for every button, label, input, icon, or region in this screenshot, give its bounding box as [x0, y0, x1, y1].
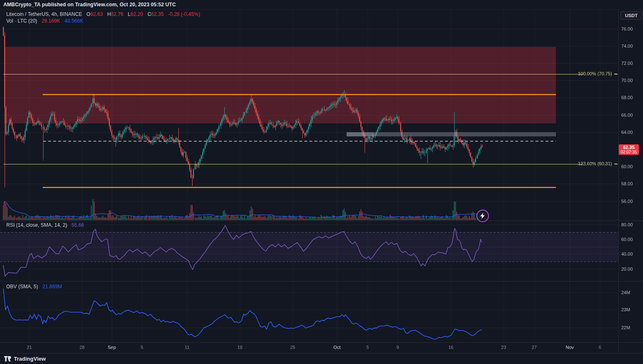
rsi-axis-label: 20.00 — [621, 267, 633, 272]
time-axis-label: 21 — [27, 345, 32, 350]
price-axis-label: 64.00 — [621, 130, 633, 135]
fib-level-label[interactable]: 100.00% (70.75) — [578, 71, 617, 76]
rsi-label: RSI (14, close, SMA, 14, 2) — [6, 222, 67, 228]
time-axis-label: 11 — [185, 345, 189, 350]
lightning-icon — [480, 213, 485, 219]
change-value: -0.28 (-0.45%) — [168, 11, 200, 17]
price-axis-label: 66.00 — [621, 113, 633, 118]
ohlc-open-label: O — [87, 11, 90, 17]
ohlc-close-value: 62.35 — [151, 11, 164, 17]
ohlc-low-value: 62.20 — [131, 11, 143, 17]
time-axis-label: Nov — [566, 345, 574, 350]
time-axis-label: 9 — [396, 345, 399, 350]
time-axis-label: Sep — [108, 345, 116, 350]
volume-legend[interactable]: Vol · LTC (20) 29.169K 48.566K — [6, 18, 83, 24]
time-axis-label: Oct — [333, 345, 340, 350]
obv-axis-label: 24M — [621, 290, 630, 295]
time-axis-label: 27 — [532, 345, 537, 350]
tradingview-wordmark[interactable]: TradingView — [14, 356, 46, 362]
price-axis-label: 76.00 — [621, 26, 633, 31]
price-axis-label: 60.00 — [621, 164, 633, 169]
tradingview-logo-icon — [4, 356, 11, 361]
time-axis-label: 16 — [448, 345, 453, 350]
time-axis-label: 18 — [237, 345, 242, 350]
attribution-text: AMBCrypto_TA published on TradingView.co… — [3, 2, 176, 8]
obv-axis-label: 23M — [621, 307, 630, 312]
rsi-legend[interactable]: RSI (14, close, SMA, 14, 2) 55.66 — [6, 222, 84, 228]
fib-level-label[interactable]: 123.60% (60.31) — [578, 161, 617, 166]
price-axis-label: 56.00 — [621, 199, 633, 204]
tradingview-chart-window: AMBCrypto_TA published on TradingView.co… — [0, 0, 643, 364]
time-axis-label: 5 — [366, 345, 369, 350]
ohlc-close-label: C — [147, 11, 151, 17]
attribution-bar: AMBCrypto_TA published on TradingView.co… — [0, 0, 643, 10]
rsi-axis-label: 40.00 — [621, 251, 633, 256]
time-axis-label: 5 — [141, 345, 143, 350]
bar-countdown: 02:07:35 — [619, 150, 639, 154]
obv-axis-label: 22M — [621, 325, 630, 330]
time-axis-label: 25 — [290, 345, 295, 350]
symbol-title: Litecoin / TetherUS, 4h, BINANCE — [6, 11, 82, 17]
current-price-tag: 62.35 02:07:35 — [619, 144, 639, 155]
volume-value: 29.169K — [41, 18, 60, 24]
time-axis-label: 6 — [599, 345, 601, 350]
volume-ma-value: 48.566K — [64, 18, 83, 24]
rsi-axis-label: 80.00 — [621, 222, 633, 227]
ohlc-low-label: L — [128, 11, 131, 17]
obv-legend[interactable]: OBV (SMA, 5) 21.869M — [6, 284, 62, 290]
ohlc-high-value: 62.76 — [111, 11, 123, 17]
price-axis-label: 58.00 — [621, 181, 633, 186]
instant-trade-button[interactable] — [476, 210, 489, 222]
price-axis-label: 68.00 — [621, 95, 633, 100]
price-axis-label: 74.00 — [621, 44, 633, 49]
ohlc-high-label: H — [107, 11, 111, 17]
rsi-value: 55.66 — [72, 222, 84, 228]
ohlc-open-value: 62.63 — [90, 11, 103, 17]
price-axis-label: 72.00 — [621, 61, 633, 66]
current-price-value: 62.35 — [619, 145, 639, 150]
time-axis-label: 23 — [501, 345, 506, 350]
chart-canvas[interactable] — [0, 0, 643, 364]
volume-label: Vol · LTC (20) — [6, 18, 37, 24]
currency-usdt-button[interactable]: USDT — [620, 11, 642, 20]
time-axis-label: 28 — [80, 345, 85, 350]
main-symbol-legend[interactable]: Litecoin / TetherUS, 4h, BINANCE O62.63 … — [6, 11, 200, 17]
obv-label: OBV (SMA, 5) — [6, 284, 38, 290]
rsi-axis-label: 60.00 — [621, 237, 633, 242]
price-axis-label: 70.00 — [621, 78, 633, 83]
brand-bar: TradingView — [0, 354, 643, 364]
obv-value: 21.869M — [42, 284, 62, 290]
